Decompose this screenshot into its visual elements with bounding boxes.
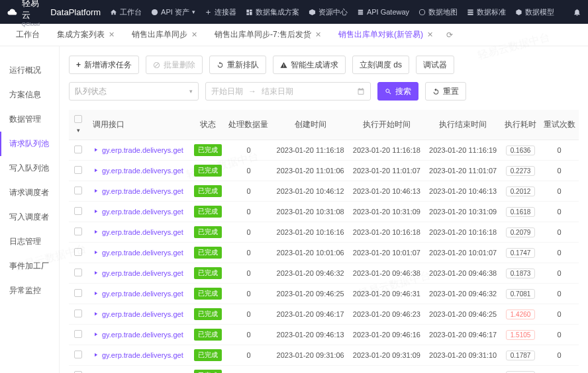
play-icon	[93, 208, 99, 214]
workspace-tab[interactable]: 工作台	[9, 24, 46, 45]
cell-end: 2023-01-20 09:46:32	[425, 284, 501, 304]
duration-badge: 0.1618	[506, 207, 536, 217]
sidebar-item[interactable]: 请求调度者	[0, 181, 59, 205]
table-row: gy.erp.trade.deliverys.get已完成02023-01-20…	[69, 181, 579, 202]
resort-button[interactable]: 重新排队	[209, 56, 266, 74]
api-link[interactable]: gy.erp.trade.deliverys.get	[93, 167, 183, 175]
play-icon	[93, 331, 99, 337]
play-icon	[93, 290, 99, 296]
row-checkbox[interactable]	[74, 248, 82, 256]
topnav-item[interactable]: 连接器	[205, 7, 236, 17]
sidebar-item[interactable]: 数据管理	[0, 107, 59, 132]
reset-button[interactable]: 重置	[425, 82, 466, 101]
topnav-item[interactable]: 数据地图	[418, 7, 458, 17]
close-icon[interactable]: ✕	[315, 30, 321, 39]
add-request-button[interactable]: +新增请求任务	[69, 56, 139, 74]
api-link[interactable]: gy.erp.trade.deliverys.get	[93, 310, 183, 318]
duration-badge: 0.2012	[506, 186, 536, 196]
smart-gen-button[interactable]: 智能生成请求	[273, 56, 346, 74]
sidebar-item[interactable]: 日志管理	[0, 229, 59, 254]
row-checkbox[interactable]	[74, 310, 82, 317]
nav-icon	[467, 9, 474, 16]
api-link[interactable]: gy.erp.trade.deliverys.get	[93, 331, 183, 339]
api-link[interactable]: gy.erp.trade.deliverys.get	[93, 351, 183, 359]
api-link[interactable]: gy.erp.trade.deliverys.get	[93, 269, 183, 277]
close-icon[interactable]: ✕	[427, 30, 433, 39]
row-checkbox[interactable]	[74, 166, 82, 174]
cell-start: 2023-01-20 11:16:18	[348, 140, 424, 161]
cell-create: 2023-01-20 10:31:08	[272, 202, 348, 222]
brand-logo[interactable]: 轻易云 QCloud DataPlatform	[7, 0, 101, 27]
dispatch-button[interactable]: 立刻调度 ds	[352, 56, 409, 74]
refresh-icon[interactable]: ⟳	[446, 30, 453, 40]
batch-delete-button[interactable]: 批量删除	[146, 56, 203, 74]
debugger-button[interactable]: 调试器	[416, 56, 454, 74]
row-checkbox[interactable]	[74, 145, 82, 153]
table-row: gy.erp.trade.deliverys.get已完成02023-01-20…	[69, 345, 579, 366]
cloud-logo-icon	[7, 6, 19, 18]
sidebar-item[interactable]: 事件加工厂	[0, 254, 59, 278]
col-count[interactable]: 处理数据量	[225, 110, 272, 140]
api-link[interactable]: gy.erp.trade.deliverys.get	[93, 228, 183, 236]
sidebar-item[interactable]: 写入调度者	[0, 205, 59, 229]
close-icon[interactable]: ✕	[191, 30, 197, 39]
sidebar-item[interactable]: 方案信息	[0, 83, 59, 107]
topnav-item[interactable]: API Gateway	[357, 7, 409, 17]
topnav-item[interactable]: API 资产 ▾	[151, 7, 195, 17]
table-header-row: ▾ 调用接口 状态 处理数据量 创建时间 执行开始时间 执行结束时间 执行耗时 …	[69, 110, 579, 140]
sidebar-item[interactable]: 写入队列池	[0, 156, 59, 181]
row-checkbox[interactable]	[74, 289, 82, 297]
topnav-item[interactable]: 资源中心	[309, 7, 348, 17]
duration-badge: 0.7081	[506, 289, 536, 299]
workspace-tab[interactable]: 集成方案列表✕	[50, 24, 121, 45]
api-link[interactable]: gy.erp.trade.deliverys.get	[93, 146, 183, 154]
search-button[interactable]: 搜索	[377, 82, 418, 101]
workspace-tab[interactable]: 销售出库单对账(新管易)✕	[332, 24, 440, 45]
api-link[interactable]: gy.erp.trade.deliverys.get	[93, 187, 183, 195]
status-badge: 已完成	[194, 206, 222, 218]
cell-end: 2023-01-20 10:46:13	[425, 181, 501, 202]
filter-bar: 队列状态▾ 开始日期 → 结束日期 搜索 重置	[69, 82, 579, 101]
api-link[interactable]: gy.erp.trade.deliverys.get	[93, 208, 183, 216]
sidebar-item[interactable]: 异常监控	[0, 278, 59, 303]
col-api[interactable]: 调用接口	[87, 110, 191, 140]
cell-retry: 0	[540, 345, 579, 366]
row-checkbox[interactable]	[74, 330, 82, 338]
sidebar-item[interactable]: 请求队列池	[0, 132, 59, 156]
status-select[interactable]: 队列状态▾	[69, 82, 199, 101]
tab-label: 集成方案列表	[57, 29, 105, 40]
col-status[interactable]: 状态	[191, 110, 225, 140]
api-link[interactable]: gy.erp.trade.deliverys.get	[93, 290, 183, 298]
cell-end: 2023-01-20 11:01:07	[425, 161, 501, 181]
col-create[interactable]: 创建时间	[272, 110, 348, 140]
col-retry[interactable]: 重试次数	[540, 110, 579, 140]
nav-icon	[246, 9, 253, 16]
col-end[interactable]: 执行结束时间	[425, 110, 501, 140]
select-all-checkbox[interactable]	[74, 115, 82, 123]
cell-retry: 0	[540, 325, 579, 345]
end-date-ph: 结束日期	[262, 86, 293, 97]
topnav-item[interactable]: 数据标准	[467, 7, 506, 17]
row-checkbox[interactable]	[74, 186, 82, 194]
api-link[interactable]: gy.erp.trade.deliverys.get	[93, 249, 183, 257]
nav-icon	[110, 9, 117, 16]
col-start[interactable]: 执行开始时间	[348, 110, 424, 140]
topnav-item[interactable]: 工作台	[110, 7, 142, 17]
close-icon[interactable]: ✕	[109, 30, 115, 39]
col-dur[interactable]: 执行耗时	[501, 110, 540, 140]
topnav-item[interactable]: 数据集成方案	[246, 7, 299, 17]
row-checkbox[interactable]	[74, 207, 82, 215]
table-row: gy.erp.trade.deliverys.get已完成02023-01-20…	[69, 202, 579, 222]
duration-badge: 0.1787	[506, 351, 536, 360]
workspace-tab[interactable]: 销售出库单同步✕	[125, 24, 204, 45]
row-checkbox[interactable]	[74, 269, 82, 276]
row-checkbox[interactable]	[74, 228, 82, 235]
row-checkbox[interactable]	[74, 351, 82, 358]
workspace-tab[interactable]: 销售出库单同步-7:售后发货✕	[208, 24, 328, 45]
sidebar-item[interactable]: 运行概况	[0, 58, 59, 83]
date-range-picker[interactable]: 开始日期 → 结束日期	[205, 82, 371, 101]
bell-icon[interactable]	[573, 8, 581, 17]
status-badge: 已完成	[194, 226, 222, 238]
topnav-label: 数据地图	[428, 7, 458, 17]
topnav-item[interactable]: 数据模型	[515, 7, 554, 17]
